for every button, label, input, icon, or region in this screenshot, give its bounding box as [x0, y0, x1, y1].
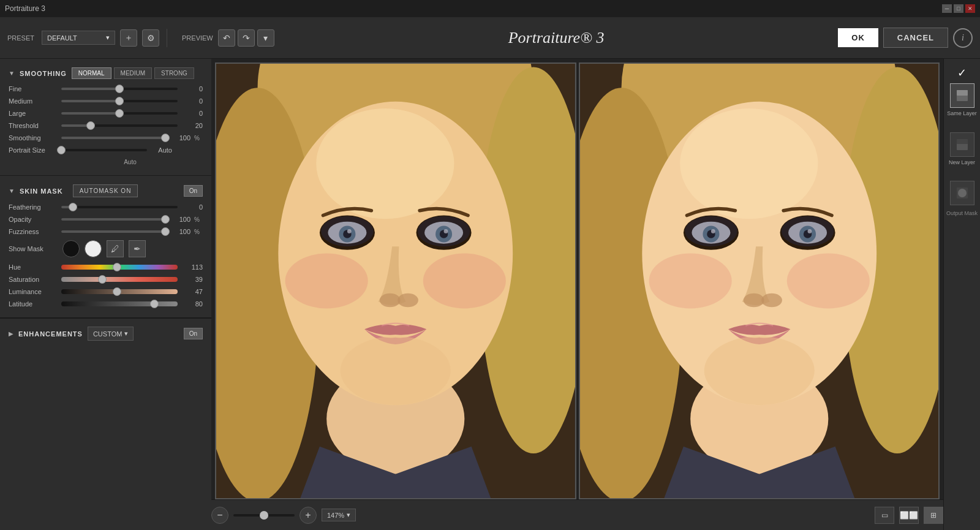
- svg-point-23: [341, 336, 451, 406]
- threshold-slider[interactable]: [61, 124, 178, 127]
- preset-select[interactable]: DEFAULT ▾: [42, 31, 115, 45]
- zoom-slider[interactable]: [233, 514, 295, 517]
- before-photo: [216, 64, 575, 498]
- feathering-slider[interactable]: [61, 206, 178, 208]
- zoom-in-icon: +: [305, 510, 311, 521]
- fuzziness-row: Fuzziness 100 %: [9, 228, 203, 235]
- zoom-value: 147%: [327, 512, 344, 519]
- saturation-label: Saturation: [9, 276, 58, 283]
- custom-chevron: ▾: [124, 330, 128, 338]
- medium-row: Medium 0: [9, 97, 203, 105]
- output-mask-label: Output Mask: [946, 210, 978, 218]
- smoothing-chevron[interactable]: ▼: [9, 70, 15, 77]
- threshold-value: 20: [181, 122, 203, 129]
- bottom-toolbar: − + 147% ▾ ▭ ⬜⬜: [211, 499, 943, 530]
- preview-area: [211, 59, 943, 499]
- same-layer-check: ✓: [957, 66, 967, 80]
- svg-point-19: [321, 216, 374, 247]
- info-button[interactable]: i: [953, 28, 973, 48]
- fine-value: 0: [181, 85, 203, 93]
- svg-point-31: [649, 253, 731, 308]
- smoothing-presets: NORMAL MEDIUM STRONG: [72, 67, 194, 79]
- enhancements-on-button[interactable]: On: [184, 328, 203, 339]
- ok-button[interactable]: OK: [838, 28, 878, 47]
- smoothing-label: Smoothing: [9, 134, 58, 142]
- enhancements-chevron[interactable]: ▶: [9, 330, 13, 337]
- zoom-display[interactable]: 147% ▾: [322, 509, 356, 521]
- luminance-row: Luminance 47: [9, 288, 203, 295]
- view-sidebyside-button[interactable]: ⊞: [924, 507, 943, 524]
- portrait-size-slider[interactable]: [61, 149, 147, 151]
- medium-button[interactable]: MEDIUM: [114, 67, 153, 79]
- medium-label: Medium: [9, 97, 58, 105]
- mask-black-button[interactable]: [62, 240, 80, 257]
- zoom-out-button[interactable]: −: [211, 507, 228, 524]
- fine-slider[interactable]: [61, 88, 178, 90]
- threshold-label: Threshold: [9, 122, 58, 129]
- fuzziness-label: Fuzziness: [9, 228, 58, 235]
- skin-mask-chevron[interactable]: ▼: [9, 187, 15, 194]
- hue-row: Hue 113: [9, 263, 203, 271]
- smoothing-slider[interactable]: [61, 137, 165, 139]
- center-panel: − + 147% ▾ ▭ ⬜⬜: [211, 59, 943, 530]
- latitude-slider[interactable]: [61, 301, 178, 306]
- right-panel: ✓ Same Layer New Layer: [943, 59, 980, 530]
- opacity-unit: %: [194, 216, 203, 223]
- opacity-slider[interactable]: [61, 218, 165, 221]
- content-area: ▼ SMOOTHING NORMAL MEDIUM STRONG Fine: [0, 59, 980, 530]
- mask-white-button[interactable]: [85, 240, 102, 257]
- undo-group: ↶ ↷ ▾: [218, 29, 274, 47]
- eyedropper2-button[interactable]: ✒: [129, 240, 146, 257]
- skin-mask-title: SKIN MASK: [20, 187, 63, 195]
- strong-button[interactable]: STRONG: [154, 67, 194, 79]
- svg-point-22: [398, 293, 418, 308]
- svg-point-21: [380, 293, 401, 308]
- same-layer-option[interactable]: ✓ Same Layer: [947, 66, 977, 118]
- large-slider[interactable]: [61, 112, 178, 115]
- view-split-button[interactable]: ⬜⬜: [899, 507, 919, 524]
- view-single-button[interactable]: ▭: [875, 507, 894, 524]
- zoom-in-button[interactable]: +: [300, 507, 317, 524]
- smoothing-title: SMOOTHING: [20, 70, 67, 77]
- custom-dropdown[interactable]: CUSTOM ▾: [88, 327, 134, 341]
- cancel-button[interactable]: CANCEL: [883, 28, 948, 48]
- automask-button[interactable]: AUTOMASK ON: [73, 184, 138, 197]
- smoothing-unit: %: [194, 135, 203, 142]
- auto-label: Auto: [58, 159, 203, 165]
- view-single-icon: ▭: [881, 511, 888, 520]
- fuzziness-slider[interactable]: [61, 230, 165, 233]
- minimize-button[interactable]: ─: [942, 4, 952, 13]
- output-mask-option[interactable]: Output Mask: [946, 181, 978, 218]
- new-layer-option[interactable]: New Layer: [949, 132, 975, 167]
- hue-slider[interactable]: [61, 265, 178, 270]
- after-photo: [580, 64, 939, 498]
- add-preset-button[interactable]: ＋: [120, 29, 137, 47]
- svg-point-44: [781, 216, 834, 247]
- eyedropper-button[interactable]: 🖊: [107, 240, 124, 257]
- svg-point-46: [761, 293, 782, 308]
- preset-chevron: ▾: [106, 34, 110, 42]
- app-title: Portraiture® 3: [279, 29, 834, 47]
- feathering-row: Feathering 0: [9, 203, 203, 211]
- zoom-dropdown-icon: ▾: [347, 511, 350, 519]
- large-row: Large 0: [9, 110, 203, 117]
- latitude-row: Latitude 80: [9, 300, 203, 308]
- more-button[interactable]: ▾: [257, 29, 274, 47]
- undo-button[interactable]: ↶: [218, 29, 235, 47]
- svg-point-53: [958, 189, 967, 197]
- redo-button[interactable]: ↷: [238, 29, 255, 47]
- skin-mask-on-button[interactable]: On: [184, 185, 203, 197]
- preset-label: PRESET: [7, 34, 34, 42]
- settings-button[interactable]: ⚙: [142, 29, 159, 47]
- enhancements-title: ENHANCEMENTS: [18, 330, 83, 338]
- close-button[interactable]: ✕: [965, 4, 975, 13]
- luminance-value: 47: [181, 288, 203, 295]
- maximize-button[interactable]: □: [954, 4, 963, 13]
- view-split-icon: ⬜⬜: [900, 511, 918, 520]
- saturation-slider[interactable]: [61, 277, 178, 282]
- luminance-slider[interactable]: [61, 289, 178, 294]
- same-layer-icon: [950, 83, 974, 108]
- svg-rect-51: [957, 139, 968, 144]
- medium-slider[interactable]: [61, 100, 178, 102]
- normal-button[interactable]: NORMAL: [72, 67, 111, 79]
